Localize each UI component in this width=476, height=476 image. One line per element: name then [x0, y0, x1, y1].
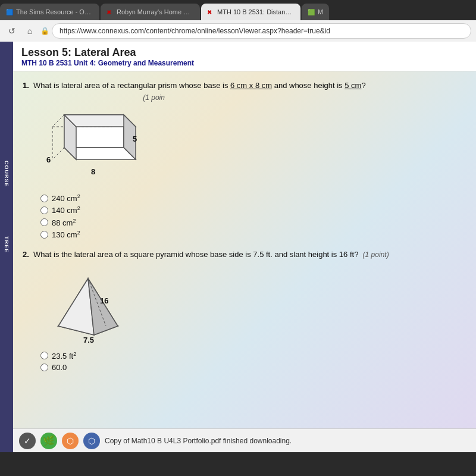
download-check-icon[interactable]: ✓ [19, 433, 36, 449]
tab-label-2: Robyn Murray's Home Page [117, 8, 194, 15]
lesson-header: Lesson 5: Lateral Area MTH 10 B 2531 Uni… [13, 42, 476, 71]
question-1-text: 1. What is lateral area of a rectangular… [23, 80, 466, 103]
tab-label-3: MTH 10 B 2531: Distance ar [217, 8, 295, 15]
download-leaf-icon[interactable]: 🌿 [40, 433, 57, 449]
pyramid-diagram: 16 7.5 [35, 267, 466, 346]
download-blue-icon[interactable]: ⬡ [83, 433, 100, 449]
choice-240[interactable]: 240 cm2 [40, 193, 466, 203]
tab-robyn-murray[interactable]: ✖ Robyn Murray's Home Page [101, 4, 200, 20]
download-text: Copy of Math10 B U4L3 Portfolio.pdf fini… [105, 437, 292, 445]
radio-600[interactable] [40, 364, 48, 371]
browser-chrome: 🟦 The Sims Resource - Over 1 ✖ Robyn Mur… [0, 0, 476, 42]
svg-text:7.5: 7.5 [83, 336, 94, 344]
svg-text:6: 6 [46, 155, 51, 164]
tab-favicon-1: 🟦 [6, 9, 13, 15]
choice-label-130: 130 cm2 [52, 230, 80, 239]
choice-130[interactable]: 130 cm2 [40, 230, 466, 239]
svg-line-1 [52, 115, 64, 127]
tab-favicon-3: ✖ [207, 9, 214, 15]
tab-m[interactable]: 🟩 M [302, 4, 329, 20]
question-1-choices: 240 cm2 140 cm2 88 cm2 130 cm2 [40, 193, 466, 239]
main-content: Lesson 5: Lateral Area MTH 10 B 2531 Uni… [13, 42, 476, 452]
side-panel: COURSE TREE [0, 42, 13, 452]
radio-240[interactable] [40, 195, 48, 202]
tab-sims-resource[interactable]: 🟦 The Sims Resource - Over 1 [0, 4, 99, 20]
choice-88[interactable]: 88 cm2 [40, 218, 466, 227]
question-1: 1. What is lateral area of a rectangular… [23, 80, 466, 239]
tab-favicon-4: 🟩 [308, 9, 315, 15]
prism-diagram: 5 6 8 [35, 109, 466, 186]
choice-235[interactable]: 23.5 ft2 [40, 351, 466, 361]
choice-label-140: 140 cm2 [52, 205, 80, 215]
browser-body: COURSE TREE Lesson 5: Lateral Area MTH 1… [0, 42, 476, 452]
radio-88[interactable] [40, 218, 48, 226]
choice-label-88: 88 cm2 [52, 218, 76, 227]
course-label: COURSE [4, 161, 10, 187]
tab-mth-active[interactable]: ✖ MTH 10 B 2531: Distance ar [201, 4, 300, 20]
choice-label-240: 240 cm2 [52, 193, 80, 203]
nav-bar: ↺ ⌂ 🔒 [0, 20, 476, 42]
address-bar[interactable] [52, 23, 471, 39]
choice-140[interactable]: 140 cm2 [40, 205, 466, 215]
lesson-title: Lesson 5: Lateral Area [21, 46, 468, 59]
tab-label-1: The Sims Resource - Over 1 [16, 8, 93, 15]
radio-130[interactable] [40, 231, 48, 239]
lesson-subtitle: MTH 10 B 2531 Unit 4: Geometry and Measu… [21, 59, 468, 67]
download-bar: ✓ 🌿 ⬡ ⬡ Copy of Math10 B U4L3 Portfolio.… [13, 428, 476, 452]
question-2: 2. What is the lateral area of a square … [23, 249, 466, 372]
svg-text:16: 16 [100, 296, 108, 305]
radio-140[interactable] [40, 206, 48, 214]
choice-600[interactable]: 60.0 [40, 363, 466, 372]
questions-area: 1. What is lateral area of a rectangular… [13, 71, 476, 446]
question-2-choices: 23.5 ft2 60.0 [40, 351, 466, 372]
radio-235[interactable] [40, 352, 48, 359]
tab-favicon-2: ✖ [107, 9, 114, 15]
svg-text:8: 8 [91, 167, 95, 176]
tab-label-4: M [318, 8, 323, 15]
svg-line-2 [52, 148, 64, 159]
refresh-button[interactable]: ↺ [5, 24, 19, 38]
choice-label-235: 23.5 ft2 [52, 351, 76, 361]
download-orange-icon[interactable]: ⬡ [62, 433, 79, 449]
question-2-text: 2. What is the lateral area of a square … [23, 249, 466, 261]
svg-text:5: 5 [133, 134, 137, 143]
tab-bar: 🟦 The Sims Resource - Over 1 ✖ Robyn Mur… [0, 0, 476, 20]
home-button[interactable]: ⌂ [23, 24, 37, 38]
choice-label-600: 60.0 [52, 363, 67, 372]
tree-label: TREE [4, 236, 10, 253]
